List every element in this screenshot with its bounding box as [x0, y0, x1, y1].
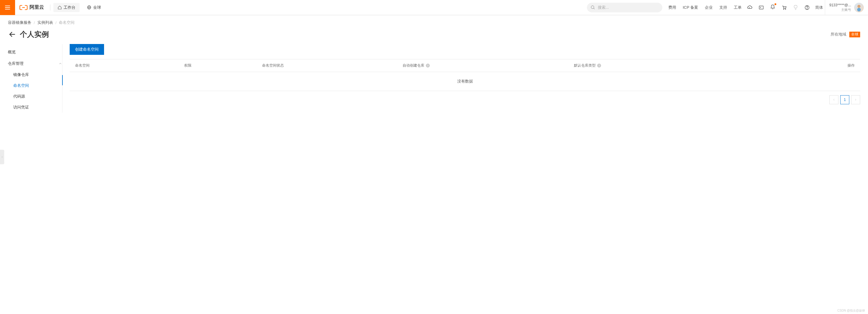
sidebar-section-repo[interactable]: 仓库管理: [8, 58, 62, 69]
account-menu[interactable]: 9133*****@... 主账号: [825, 0, 868, 15]
table: 命名空间 权限 命名空间状态 自动创建仓库 ? 默认仓库类型 ? 操作 没有数据: [70, 59, 860, 91]
th-auto-create: 自动创建仓库 ?: [403, 63, 574, 68]
terminal-icon[interactable]: [758, 5, 764, 10]
logo[interactable]: 阿里云: [15, 4, 48, 11]
menu-icon: [4, 4, 11, 11]
svg-rect-15: [857, 8, 861, 11]
th-default-type: 默认仓库类型 ?: [574, 63, 746, 68]
th-permission: 权限: [184, 63, 262, 68]
svg-point-11: [785, 9, 786, 9]
page-next-button[interactable]: [851, 95, 860, 104]
account-type: 主账号: [829, 7, 851, 12]
sidebar-item-code-source[interactable]: 代码源: [13, 91, 62, 102]
breadcrumb-list[interactable]: 实例列表: [37, 20, 53, 25]
svg-point-7: [591, 6, 594, 8]
console-label: 工作台: [64, 5, 75, 10]
svg-point-13: [807, 8, 807, 9]
avatar: [854, 3, 864, 12]
svg-point-14: [858, 5, 861, 8]
svg-rect-9: [759, 6, 763, 9]
help-icon[interactable]: [804, 5, 810, 10]
th-namespace: 命名空间: [75, 63, 184, 68]
nav-enterprise[interactable]: 企业: [705, 5, 713, 10]
table-empty: 没有数据: [70, 72, 860, 91]
logo-text: 阿里云: [30, 4, 44, 10]
notification-dot: [775, 3, 776, 5]
nav-icp[interactable]: ICP 备案: [683, 5, 698, 10]
globe-icon: [87, 5, 91, 10]
th-operation: 操作: [746, 63, 855, 68]
sidebar: 概览 仓库管理 镜像仓库 命名空间 代码源 访问凭证: [8, 44, 62, 113]
nav-icons: [747, 4, 810, 10]
region-label: 全球: [93, 5, 101, 10]
sidebar-item-namespace[interactable]: 命名空间: [13, 80, 62, 91]
svg-line-8: [593, 8, 594, 9]
search-wrap: [587, 3, 662, 12]
sidebar-section-label: 仓库管理: [8, 61, 24, 66]
region-selector[interactable]: 全球: [83, 3, 105, 12]
back-button[interactable]: [8, 30, 17, 39]
nav-links: 费用 ICP 备案 企业 支持 工单: [668, 5, 742, 10]
region-label: 所在地域: [831, 32, 846, 37]
th-type-label: 默认仓库类型: [574, 63, 596, 68]
console-button[interactable]: 工作台: [53, 3, 80, 12]
help-icon[interactable]: ?: [597, 64, 601, 68]
content: 创建命名空间 命名空间 权限 命名空间状态 自动创建仓库 ? 默认仓库类型 ? …: [62, 44, 860, 113]
svg-point-10: [783, 9, 784, 9]
bell-icon: [770, 4, 775, 10]
arrow-left-icon: [8, 30, 16, 38]
search-input[interactable]: [587, 3, 662, 12]
th-status: 命名空间状态: [262, 63, 402, 68]
region-badge[interactable]: 全球: [849, 32, 860, 37]
sidebar-item-image-repo[interactable]: 镜像仓库: [13, 69, 62, 80]
hamburger-menu[interactable]: [0, 0, 15, 15]
bulb-icon[interactable]: [793, 5, 798, 10]
page-number-button[interactable]: 1: [840, 95, 849, 104]
nav-ticket[interactable]: 工单: [734, 5, 742, 10]
sidebar-item-overview[interactable]: 概览: [8, 46, 62, 58]
sidebar-item-credential[interactable]: 访问凭证: [13, 102, 62, 113]
breadcrumb-sep: /: [56, 21, 57, 25]
chevron-up-icon: [59, 62, 62, 65]
language-selector[interactable]: 简体: [815, 5, 823, 10]
home-icon: [58, 5, 62, 10]
help-icon[interactable]: ?: [426, 64, 430, 68]
page-prev-button[interactable]: [829, 95, 838, 104]
breadcrumb-sep: /: [34, 21, 35, 25]
cloudshell-icon[interactable]: [747, 5, 752, 10]
breadcrumb: 容器镜像服务 / 实例列表 / 命名空间: [0, 15, 868, 25]
nav-support[interactable]: 支持: [719, 5, 727, 10]
chevron-left-icon: [832, 98, 835, 101]
logo-icon: [19, 4, 28, 11]
cart-icon[interactable]: [781, 5, 787, 10]
search-icon: [591, 5, 595, 10]
table-header: 命名空间 权限 命名空间状态 自动创建仓库 ? 默认仓库类型 ? 操作: [70, 59, 860, 72]
notifications[interactable]: [770, 4, 775, 10]
create-namespace-button[interactable]: 创建命名空间: [70, 44, 104, 55]
nav-cost[interactable]: 费用: [668, 5, 676, 10]
active-indicator: [62, 75, 63, 85]
chevron-right-icon: [854, 98, 857, 101]
pagination: 1: [70, 91, 860, 108]
breadcrumb-current: 命名空间: [59, 20, 74, 25]
th-auto-label: 自动创建仓库: [403, 63, 424, 68]
breadcrumb-root[interactable]: 容器镜像服务: [8, 20, 31, 25]
page-title: 个人实例: [20, 30, 49, 39]
account-id: 9133*****@...: [829, 3, 851, 8]
